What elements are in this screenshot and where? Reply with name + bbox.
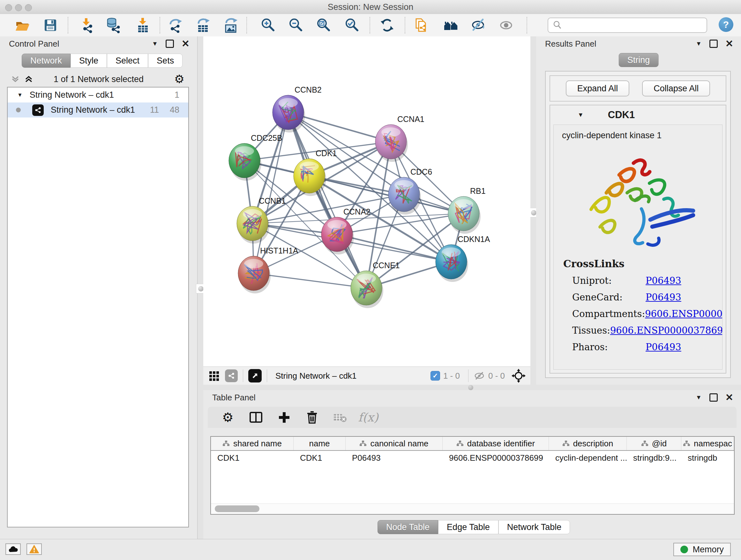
network-node-cdc25b[interactable] [229,143,261,181]
birds-eye-grid-icon[interactable] [208,370,220,382]
tab-node-table[interactable]: Node Table [378,520,438,534]
memory-button[interactable]: Memory [673,543,731,556]
export-image-icon[interactable] [223,17,239,33]
collection-expand-icon[interactable]: ▼ [17,92,23,98]
crosslink-link[interactable]: P06493 [646,275,681,286]
cell-id[interactable]: stringdb:9... [627,451,681,465]
scrollbar-thumb[interactable] [215,505,259,512]
column-header[interactable]: name [293,437,346,450]
open-in-window-icon[interactable] [248,369,262,382]
tab-edge-table[interactable]: Edge Table [438,520,498,534]
home-icon[interactable] [443,17,459,33]
network-canvas[interactable]: CCNB2CCNA1CDC25BCDK1CDC6RB1CCNB1CCNA2CDK… [203,37,530,367]
panel-float-icon[interactable] [710,40,718,48]
cell-database-identifier[interactable]: 9606.ENSP00000378699 [443,451,549,465]
panel-float-icon[interactable] [165,40,174,48]
crosslink-label: Tissues: [572,325,610,336]
tab-network-table[interactable]: Network Table [498,520,570,534]
tab-string[interactable]: String [619,53,659,67]
zoom-selected-icon[interactable] [344,17,360,33]
export-network-icon[interactable] [168,17,184,33]
network-edge[interactable] [288,112,366,288]
horizontal-splitter-knob[interactable] [468,385,473,390]
column-header[interactable]: @id [627,437,681,450]
cell-namespace[interactable]: stringdb [681,451,734,465]
column-header[interactable]: shared name [211,437,293,450]
crosslink-link[interactable]: 9606.ENSP00000378699 [610,325,723,336]
network-node-hist1h1a[interactable] [238,256,271,294]
network-collection-row[interactable]: ▼ String Network – cdk1 1 [8,87,188,103]
network-row[interactable]: String Network – cdk1 11 48 [8,103,188,118]
save-session-icon[interactable] [43,17,58,33]
import-table-file-icon[interactable] [135,17,151,33]
network-node-ccnb2[interactable] [273,95,305,132]
network-node-cdk1[interactable] [293,159,326,196]
cell-description[interactable]: cyclin-dependent ... [549,451,627,465]
current-network-name: String Network – cdk1 [275,371,356,381]
network-graph[interactable]: CCNB2CCNA1CDC25BCDK1CDC6RB1CCNB1CCNA2CDK… [203,37,530,367]
network-node-rb1[interactable] [448,196,481,234]
table-row[interactable]: CDK1 CDK1 P06493 9606.ENSP00000378699 cy… [211,451,734,465]
column-header[interactable]: namespac [681,437,734,450]
network-icon [32,105,44,116]
expand-all-button[interactable]: Expand All [566,80,630,97]
panel-close-icon[interactable]: ✕ [725,41,733,47]
search-box[interactable] [548,17,707,33]
column-header[interactable]: description [549,437,627,450]
show-columns-icon[interactable] [249,410,263,425]
zoom-out-icon[interactable] [288,17,304,33]
cell-canonical-name[interactable]: P06493 [346,451,443,465]
function-builder-icon[interactable]: f(x) [361,410,376,425]
network-edge[interactable] [337,234,451,262]
crosslink-link[interactable]: 9606.ENSP00000378699 [645,308,723,319]
panel-collapse-icon[interactable]: ▼ [696,394,702,401]
panel-collapse-icon[interactable]: ▼ [152,40,158,47]
tab-select[interactable]: Select [107,54,148,68]
network-node-ccnb1[interactable] [237,206,269,244]
export-table-icon[interactable] [195,17,211,33]
delete-table-icon[interactable] [333,410,347,425]
search-input[interactable] [563,20,706,30]
cell-shared-name[interactable]: CDK1 [211,451,293,465]
tab-network[interactable]: Network [22,54,71,68]
import-network-file-icon[interactable] [78,17,94,33]
gene-collapse-icon[interactable]: ▼ [578,111,584,118]
protein-structure-image [566,145,704,251]
cell-name[interactable]: CDK1 [293,451,346,465]
network-node-ccna1[interactable] [375,125,408,162]
apply-layout-icon[interactable] [379,17,395,33]
tab-style[interactable]: Style [71,54,107,68]
table-horizontal-scrollbar[interactable] [211,503,734,514]
panel-close-icon[interactable]: ✕ [725,394,733,401]
selected-count-checkbox-icon[interactable]: ✓ [430,371,440,381]
network-node-ccna2[interactable] [321,217,354,254]
zoom-fit-icon[interactable] [316,17,332,33]
open-session-icon[interactable] [14,17,30,33]
panel-close-icon[interactable]: ✕ [182,41,190,47]
panel-float-icon[interactable] [710,393,718,401]
network-node-ccne1[interactable] [351,271,383,308]
delete-column-icon[interactable] [305,410,320,425]
hide-selected-icon[interactable] [470,17,486,33]
help-button[interactable]: ? [719,17,733,32]
tab-sets[interactable]: Sets [148,54,183,68]
crosslink-link[interactable]: P06493 [646,292,681,303]
table-options-gear-icon[interactable]: ⚙ [220,410,235,425]
gene-section-header[interactable]: ▼ CDK1 [550,105,726,125]
crosslink-link[interactable]: P06493 [646,341,681,353]
network-options-gear-icon[interactable]: ⚙ [174,71,185,87]
show-all-eye-icon[interactable] [498,17,514,33]
add-column-icon[interactable] [277,410,291,425]
collapse-all-button[interactable]: Collapse All [642,80,710,97]
warning-status-button[interactable] [26,543,42,555]
column-header[interactable]: database identifier [443,437,549,450]
column-header[interactable]: canonical name [346,437,443,450]
network-node-cdkn1a[interactable] [435,245,468,282]
fit-content-crosshair-icon[interactable] [511,368,526,383]
cloud-status-button[interactable] [5,543,21,555]
import-string-network-icon[interactable] [414,17,429,33]
zoom-in-icon[interactable] [260,17,276,33]
panel-collapse-icon[interactable]: ▼ [696,40,702,47]
import-network-database-icon[interactable] [105,17,121,33]
network-overview-icon[interactable] [225,369,238,382]
